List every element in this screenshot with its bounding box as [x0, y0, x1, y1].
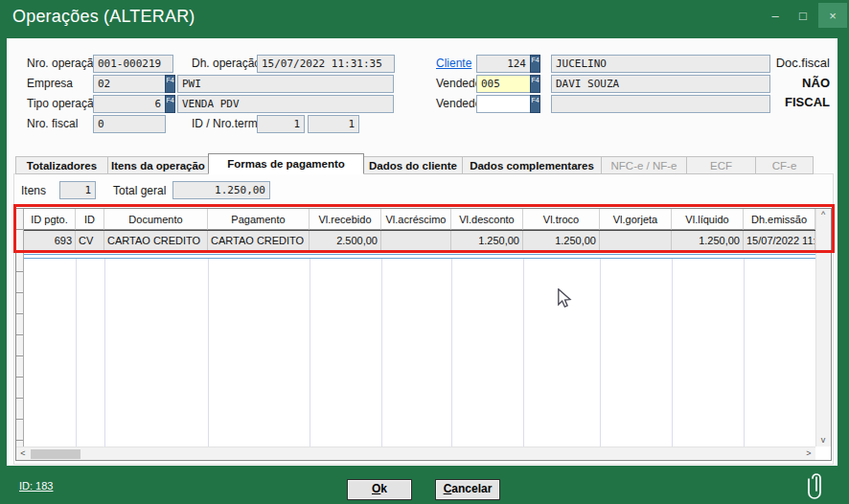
vendedor-name-field[interactable]: DAVI SOUZA — [551, 75, 770, 93]
cliente-link[interactable]: Cliente — [436, 57, 471, 70]
operacoes-window: Operações (ALTERAR) – □ × Nro. operação … — [0, 0, 849, 504]
nro-fiscal-label: Nro. fiscal — [27, 117, 78, 130]
vertical-scrollbar[interactable]: ^ v — [815, 209, 831, 447]
tab-formas-de-pagamento[interactable]: Formas de pagamento — [208, 153, 364, 174]
empresa-label: Empresa — [27, 77, 73, 90]
grid-end-separator — [24, 254, 815, 259]
cell-vl-desconto: 1.250,00 — [451, 231, 523, 251]
cell-pagamento: CARTAO CREDITO — [208, 231, 310, 251]
cliente-name-field[interactable]: JUCELINO — [551, 55, 770, 73]
grid-column-line — [104, 259, 105, 447]
close-button[interactable]: × — [818, 3, 847, 28]
column-header-vl-recebido[interactable]: Vl.recebido — [310, 209, 381, 230]
scroll-left-icon[interactable]: < — [16, 447, 30, 460]
tipo-operacao-code-field[interactable]: 6 — [93, 95, 166, 113]
nro-operacao-label: Nro. operação — [27, 57, 100, 70]
empresa-code-field[interactable]: 02 — [93, 75, 166, 93]
tab-totalizadores[interactable]: Totalizadores — [15, 156, 108, 174]
tab-ecf: ECF — [686, 156, 756, 174]
cell-vl-liquido: 1.250,00 — [672, 231, 744, 251]
cell-documento: CARTAO CREDITO — [104, 231, 208, 251]
grid-column-line — [672, 259, 673, 447]
grid-column-line — [381, 259, 382, 447]
scroll-down-icon[interactable]: v — [816, 434, 830, 447]
ok-button[interactable]: Ok — [347, 479, 412, 500]
nro-fiscal-field[interactable]: 0 — [93, 115, 166, 133]
doc-fiscal-nao: NÃO — [802, 76, 830, 90]
tab-strip: Totalizadores Itens da operação Formas d… — [15, 153, 813, 174]
column-header-vl-desconto[interactable]: Vl.desconto — [451, 209, 523, 230]
vendedor2-f4-button[interactable]: F4 — [530, 95, 540, 113]
tipo-operacao-f4-button[interactable]: F4 — [165, 95, 175, 113]
cell-vl-troco: 1.250,00 — [523, 231, 600, 251]
grid-column-line — [451, 259, 452, 447]
column-header-id-pgto[interactable]: ID pgto. — [24, 209, 76, 230]
maximize-icon: □ — [799, 9, 807, 23]
column-header-vl-troco[interactable]: Vl.troco — [523, 209, 600, 230]
cell-id-pgto: 693 — [24, 231, 76, 251]
cell-id: CV — [76, 231, 104, 251]
cancel-button-label: Cancelar — [436, 480, 499, 498]
close-icon: × — [829, 9, 837, 23]
column-header-pagamento[interactable]: Pagamento — [208, 209, 310, 230]
id-nro-term-label: ID / Nro.term. — [192, 117, 261, 130]
grid-column-line — [310, 259, 310, 447]
empresa-name-field[interactable]: PWI — [177, 75, 394, 93]
minimize-button[interactable]: – — [761, 3, 790, 28]
horizontal-scrollbar-thumb[interactable] — [31, 449, 80, 459]
itens-label: Itens — [21, 184, 46, 197]
column-header-dh-emissao[interactable]: Dh.emissão — [744, 209, 815, 230]
cliente-f4-button[interactable]: F4 — [530, 55, 540, 73]
doc-fiscal-label: Doc.fiscal — [776, 56, 830, 70]
cell-vl-gorjeta — [600, 231, 672, 251]
total-geral-field[interactable]: 1.250,00 — [172, 181, 270, 199]
grid-row-selected[interactable]: 693 CV CARTAO CREDITO CARTAO CREDITO 2.5… — [24, 230, 815, 252]
grid-column-line — [76, 259, 77, 447]
doc-fiscal-fiscal: FISCAL — [785, 95, 830, 109]
id-term-field-1[interactable]: 1 — [257, 115, 305, 133]
vendedor-code-field[interactable]: 005 — [476, 75, 531, 93]
dh-operacao-label: Dh. operação — [192, 57, 261, 70]
cell-vl-acrescimo — [381, 231, 451, 251]
column-header-documento[interactable]: Documento — [104, 209, 208, 230]
nro-operacao-field[interactable]: 001-000219 — [93, 55, 173, 73]
empresa-f4-button[interactable]: F4 — [165, 75, 175, 93]
grid-column-line — [523, 259, 524, 447]
grid-row-indicator-column — [16, 209, 24, 447]
maximize-button[interactable]: □ — [789, 3, 817, 28]
dh-operacao-field[interactable]: 15/07/2022 11:31:35 — [257, 55, 395, 73]
column-header-vl-liquido[interactable]: Vl.líquido — [672, 209, 744, 230]
paperclip-attachment-icon[interactable] — [806, 469, 827, 501]
horizontal-scrollbar[interactable]: < > — [16, 447, 815, 460]
scroll-up-icon[interactable]: ^ — [816, 209, 830, 221]
record-id-link[interactable]: ID: 183 — [19, 480, 53, 492]
column-header-id[interactable]: ID — [76, 209, 104, 230]
tab-nfce-nfe: NFC-e / NF-e — [601, 156, 687, 174]
tab-dados-complementares[interactable]: Dados complementares — [462, 156, 602, 174]
itens-field[interactable]: 1 — [59, 181, 96, 199]
tab-itens-da-operacao[interactable]: Itens da operação — [107, 156, 209, 174]
tab-dados-do-cliente[interactable]: Dados do cliente — [363, 156, 463, 174]
tipo-operacao-label: Tipo operação — [27, 97, 100, 110]
cliente-code-field[interactable]: 124 — [476, 55, 531, 73]
minimize-icon: – — [771, 9, 778, 23]
column-header-vl-acrescimo[interactable]: Vl.acréscimo — [381, 209, 451, 230]
grid-header-row: ID pgto. ID Documento Pagamento Vl.receb… — [24, 209, 815, 230]
tab-cfe: CF-e — [755, 156, 814, 174]
grid-column-line — [600, 259, 601, 447]
vendedor2-name-field[interactable] — [551, 95, 770, 113]
grid-column-line — [744, 259, 745, 447]
window-title: Operações (ALTERAR) — [12, 7, 195, 27]
cell-dh-emissao: 15/07/2022 11:3 — [744, 231, 815, 251]
total-geral-label: Total geral — [113, 184, 166, 197]
scroll-right-icon[interactable]: > — [802, 447, 815, 460]
vendedor-f4-button[interactable]: F4 — [530, 75, 540, 93]
grid-column-line — [208, 259, 209, 447]
tipo-operacao-name-field[interactable]: VENDA PDV — [177, 95, 394, 113]
column-header-vl-gorjeta[interactable]: Vl.gorjeta — [600, 209, 672, 230]
cancel-button[interactable]: Cancelar — [435, 479, 500, 500]
payments-grid[interactable]: ID pgto. ID Documento Pagamento Vl.receb… — [15, 208, 832, 461]
id-term-field-2[interactable]: 1 — [308, 115, 359, 133]
ok-button-label: Ok — [348, 480, 411, 498]
vendedor2-code-field[interactable] — [476, 95, 531, 113]
